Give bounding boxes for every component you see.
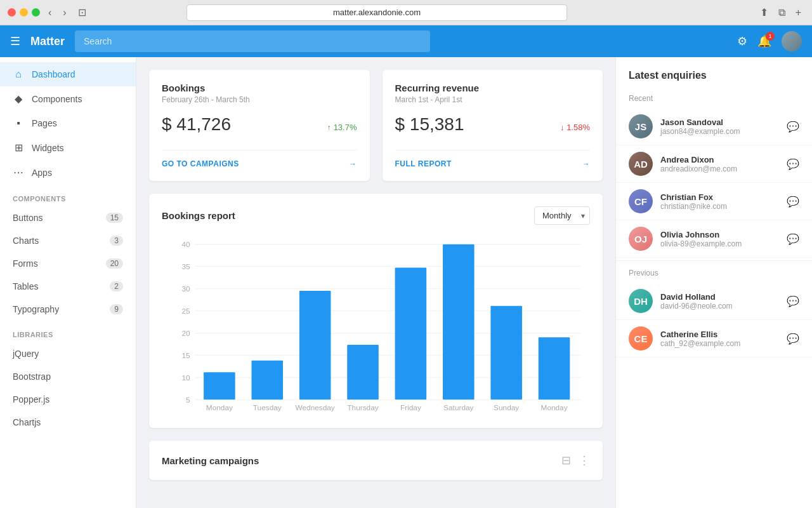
enquiry-name-christian: Christian Fox [660,192,779,202]
bookings-change: ↑ 13.7% [327,123,357,132]
enquiry-email-olivia: olivia-89@example.com [660,239,779,248]
bar-friday [395,267,427,399]
charts-label: Charts [13,236,39,246]
chart-period-dropdown[interactable]: Monthly Daily Weekly Yearly [534,206,590,225]
sidebar-item-chartjs[interactable]: Chartjs [0,411,136,434]
buttons-label: Buttons [13,213,43,223]
enquiry-info-olivia: Olivia Johnson olivia-89@example.com [660,230,779,248]
bar-wednesday [299,291,331,399]
traffic-lights [8,8,40,17]
jquery-label: jQuery [13,349,39,359]
bookings-title: Bookings [162,83,357,93]
sidebar-label-pages: Pages [32,118,57,128]
bar-saturday [443,244,475,399]
svg-text:10: 10 [181,373,190,382]
new-tab-button[interactable]: ⧉ [775,5,789,20]
message-icon-jason[interactable]: 💬 [787,121,799,133]
message-icon-david[interactable]: 💬 [787,295,799,307]
bookings-subtitle: February 26th - March 5th [162,95,357,104]
share-button[interactable]: ⬆ [757,5,771,20]
hamburger-icon[interactable]: ☰ [10,34,20,48]
sidebar-item-jquery[interactable]: jQuery [0,342,136,365]
enquiry-david[interactable]: DH David Holland david-96@neole.com 💬 [616,283,812,320]
avatar-olivia: OJ [629,227,653,251]
url-text: matter.alexandonie.com [333,8,421,17]
enquiry-jason[interactable]: JS Jason Sandoval jason84@example.com 💬 [616,108,812,145]
filter-icon[interactable]: ⊟ [561,453,571,467]
bar-monday-2 [539,337,570,399]
bar-monday-1 [204,372,235,399]
more-button[interactable]: + [792,5,804,20]
enquiry-catherine[interactable]: CE Catherine Ellis cath_92@example.com 💬 [616,320,812,358]
buttons-badge: 15 [106,213,123,223]
typography-label: Typography [13,304,59,314]
enquiry-email-christian: christian@nike.com [660,202,779,211]
sidebar: ⌂ Dashboard ◆ Components ▪ Pages ⊞ Widge… [0,57,136,508]
sidebar-item-pages[interactable]: ▪ Pages [0,111,136,135]
revenue-title: Recurring revenue [395,83,591,93]
svg-text:Monday: Monday [206,403,233,412]
user-avatar[interactable] [782,31,802,51]
message-icon-catherine[interactable]: 💬 [787,333,799,345]
arrow-right-icon-2: → [582,159,591,168]
sidebar-item-components[interactable]: ◆ Components [0,86,136,111]
sidebar-item-dashboard[interactable]: ⌂ Dashboard [0,62,136,86]
sidebar-item-popperjs[interactable]: Popper.js [0,388,136,411]
sidebar-item-tables[interactable]: Tables 2 [0,275,136,298]
charts-badge: 3 [110,236,123,246]
svg-text:Tuesday: Tuesday [253,403,282,412]
bookings-cta[interactable]: GO TO CAMPAIGNS → [162,150,357,168]
more-options-icon[interactable]: ⋮ [579,453,590,467]
revenue-change: ↓ 1.58% [560,123,590,132]
typography-row: Typography 9 [13,304,123,314]
revenue-cta[interactable]: FULL REPORT → [395,150,591,168]
message-icon-christian[interactable]: 💬 [787,196,799,208]
enquiries-title: Latest enquiries [616,70,812,89]
arrow-right-icon: → [349,159,357,168]
sidebar-item-typography[interactable]: Typography 9 [0,298,136,321]
search-input[interactable] [75,30,430,52]
maximize-button[interactable] [32,8,40,17]
bookings-chart-card: Bookings report Monthly Daily Weekly Yea… [149,194,603,428]
message-icon-olivia[interactable]: 💬 [787,233,799,245]
svg-text:Thursday: Thursday [347,403,378,412]
components-icon: ◆ [13,93,24,105]
enquiry-email-andrea: andreadixon@me.com [660,164,779,173]
avatar-catherine: CE [629,326,653,351]
url-bar[interactable]: matter.alexandonie.com [187,4,567,21]
enquiry-info-david: David Holland david-96@neole.com [660,292,779,311]
bookings-card: Bookings February 26th - March 5th $ 41,… [149,70,370,181]
svg-text:Monday: Monday [541,403,568,412]
enquiry-christian[interactable]: CF Christian Fox christian@nike.com 💬 [616,183,812,220]
typography-badge: 9 [110,304,123,314]
sidebar-item-widgets[interactable]: ⊞ Widgets [0,135,136,160]
enquiry-andrea[interactable]: AD Andrea Dixon andreadixon@me.com 💬 [616,145,812,183]
sidebar-label-components: Components [32,94,82,104]
sidebar-item-buttons[interactable]: Buttons 15 [0,206,136,229]
sidebar-item-apps[interactable]: ⋯ Apps [0,160,136,185]
back-button[interactable]: ‹ [45,6,55,20]
sidebar-item-forms[interactable]: Forms 20 [0,252,136,275]
enquiry-name-jason: Jason Sandoval [660,117,779,127]
minimize-button[interactable] [20,8,28,17]
forward-button[interactable]: › [60,6,69,20]
sidebar-item-charts[interactable]: Charts 3 [0,229,136,252]
browser-chrome: ‹ › ⊡ matter.alexandonie.com ⬆ ⧉ + [0,0,812,25]
tables-label: Tables [13,281,38,291]
chart-svg: 40 35 30 25 20 15 10 5 [162,237,590,415]
bar-chart: 40 35 30 25 20 15 10 5 [162,237,590,415]
message-icon-andrea[interactable]: 💬 [787,158,799,170]
enquiry-olivia[interactable]: OJ Olivia Johnson olivia-89@example.com … [616,220,812,258]
settings-icon[interactable]: ⚙ [737,34,747,48]
svg-text:15: 15 [181,351,190,360]
notifications-icon[interactable]: 🔔 1 [757,34,771,48]
marketing-header: Marketing campaigns ⊟ ⋮ [162,453,590,467]
enquiry-email-catherine: cath_92@example.com [660,339,779,348]
sidebar-item-bootstrap[interactable]: Bootstrap [0,365,136,388]
widgets-icon: ⊞ [13,142,24,154]
reader-mode-button[interactable]: ⊡ [75,5,89,20]
bookings-value: $ 41,726 [162,114,231,135]
pages-icon: ▪ [13,117,24,129]
close-button[interactable] [8,8,16,17]
bar-thursday [347,345,379,399]
